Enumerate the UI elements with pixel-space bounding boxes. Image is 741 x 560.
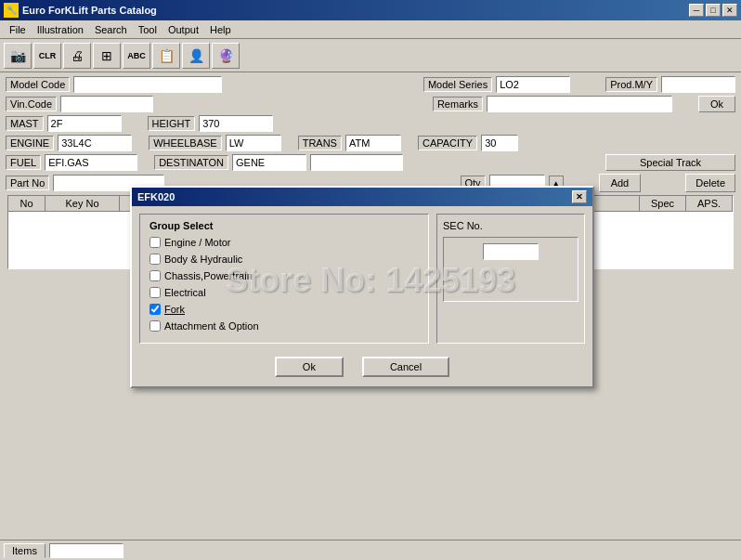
checkbox-body: Body & Hydraulic xyxy=(150,254,419,265)
form-row-1: Model Code Model Series Prod.M/Y xyxy=(6,76,735,93)
toolbar-btn-print[interactable]: 🖨 xyxy=(63,43,91,69)
app-icon: 🔧 xyxy=(4,3,19,18)
tab-search-input[interactable] xyxy=(49,543,124,558)
wheelbase-input[interactable] xyxy=(226,135,281,151)
checkbox-electrical-input[interactable] xyxy=(150,287,161,298)
toolbar-btn-user[interactable]: 👤 xyxy=(182,43,210,69)
bottom-bar: Items xyxy=(0,540,741,560)
dialog: EFK020 ✕ Group Select Engine / Motor Bod… xyxy=(130,186,594,388)
model-series-label: Model Series xyxy=(423,77,492,92)
checkbox-chassis: Chassis,Powertrain xyxy=(150,270,419,281)
prod-my-input[interactable] xyxy=(661,76,735,93)
checkbox-engine: Engine / Motor xyxy=(150,237,419,248)
vin-code-label: Vin.Code xyxy=(6,97,57,111)
dialog-title-bar: EFK020 ✕ xyxy=(132,188,592,206)
checkbox-fork-label: Fork xyxy=(164,304,185,315)
trans-input[interactable] xyxy=(345,135,401,151)
model-code-label: Model Code xyxy=(6,77,70,92)
trans-label: TRANS xyxy=(298,136,342,150)
model-series-input[interactable] xyxy=(496,76,570,93)
group-select-title: Group Select xyxy=(150,220,419,231)
col-aps: APS. xyxy=(686,196,733,211)
fuel-input[interactable] xyxy=(45,154,137,171)
capacity-input[interactable] xyxy=(481,135,518,151)
add-button[interactable]: Add xyxy=(599,174,642,192)
sec-no-input[interactable] xyxy=(483,243,539,260)
group-select-box: Group Select Engine / Motor Body & Hydra… xyxy=(139,214,429,344)
sec-no-title: SEC No. xyxy=(443,220,578,231)
title-bar-left: 🔧 Euro ForKLift Parts Catalog xyxy=(4,3,157,18)
checkbox-attachment-input[interactable] xyxy=(150,320,161,332)
form-row-4: ENGINE WHEELBASE TRANS CAPACITY xyxy=(6,135,735,151)
checkbox-attachment: Attachment & Option xyxy=(150,320,419,332)
checkbox-body-label: Body & Hydraulic xyxy=(164,254,242,265)
maximize-button[interactable]: □ xyxy=(706,4,721,17)
menu-bar: File Illustration Search Tool Output Hel… xyxy=(0,20,741,39)
part-no-label: Part No xyxy=(6,176,49,190)
menu-illustration[interactable]: Illustration xyxy=(32,23,89,36)
dialog-close-button[interactable]: ✕ xyxy=(572,190,587,203)
vin-code-input[interactable] xyxy=(60,96,153,112)
dialog-cancel-button[interactable]: Cancel xyxy=(362,357,449,377)
col-no: No xyxy=(8,196,46,211)
checkbox-electrical-label: Electrical xyxy=(164,287,206,298)
items-tab[interactable]: Items xyxy=(4,543,46,558)
app-title: Euro ForKLift Parts Catalog xyxy=(22,5,157,16)
destination-label: DESTINATON xyxy=(154,155,228,170)
checkbox-attachment-label: Attachment & Option xyxy=(164,320,259,332)
minimize-button[interactable]: ─ xyxy=(689,4,704,17)
wheelbase-label: WHEELBASE xyxy=(149,136,221,150)
sec-no-box: SEC No. xyxy=(436,214,585,344)
checkbox-engine-label: Engine / Motor xyxy=(164,237,231,248)
dialog-body: Group Select Engine / Motor Body & Hydra… xyxy=(132,206,592,351)
title-bar-buttons: ─ □ ✕ xyxy=(689,4,737,17)
close-button[interactable]: ✕ xyxy=(722,4,737,17)
remarks-label: Remarks xyxy=(433,97,483,111)
menu-output[interactable]: Output xyxy=(162,23,204,36)
destination-extra-input[interactable] xyxy=(310,154,403,171)
menu-search[interactable]: Search xyxy=(89,23,133,36)
height-input[interactable] xyxy=(199,115,273,132)
remarks-input[interactable] xyxy=(487,96,672,112)
capacity-label: CAPACITY xyxy=(418,136,477,150)
sec-no-inner xyxy=(443,237,578,302)
special-track-button[interactable]: Special Track xyxy=(605,154,735,171)
col-spec: Spec xyxy=(640,196,686,211)
height-label: HEIGHT xyxy=(148,116,196,131)
dialog-title-text: EFK020 xyxy=(137,191,175,202)
toolbar: 📷 CLR 🖨 ⊞ ABC 📋 👤 🔮 xyxy=(0,39,741,72)
checkbox-body-input[interactable] xyxy=(150,254,161,265)
delete-button[interactable]: Delete xyxy=(685,174,735,192)
toolbar-btn-abc[interactable]: ABC xyxy=(123,43,150,69)
fuel-label: FUEL xyxy=(6,155,41,170)
col-key-no: Key No xyxy=(46,196,120,211)
mast-label: MAST xyxy=(6,116,44,131)
model-code-input[interactable] xyxy=(73,76,222,93)
toolbar-btn-special[interactable]: 🔮 xyxy=(212,43,240,69)
toolbar-btn-clr[interactable]: CLR xyxy=(33,43,61,69)
toolbar-btn-clipboard[interactable]: 📋 xyxy=(152,43,180,69)
menu-help[interactable]: Help xyxy=(204,23,237,36)
dialog-footer: Ok Cancel xyxy=(132,351,592,386)
mast-input[interactable] xyxy=(47,115,122,132)
toolbar-btn-photo[interactable]: 📷 xyxy=(4,43,32,69)
checkbox-chassis-input[interactable] xyxy=(150,270,161,281)
form-row-3: MAST HEIGHT xyxy=(6,115,735,132)
engine-input[interactable] xyxy=(58,135,132,151)
ok-button[interactable]: Ok xyxy=(698,96,735,112)
menu-tool[interactable]: Tool xyxy=(133,23,162,36)
checkbox-engine-input[interactable] xyxy=(150,237,161,248)
destination-input[interactable] xyxy=(232,154,306,171)
toolbar-btn-grid[interactable]: ⊞ xyxy=(93,43,121,69)
menu-file[interactable]: File xyxy=(4,23,32,36)
engine-label: ENGINE xyxy=(6,136,54,150)
prod-my-label: Prod.M/Y xyxy=(605,77,657,92)
title-bar: 🔧 Euro ForKLift Parts Catalog ─ □ ✕ xyxy=(0,0,741,20)
checkbox-fork-input[interactable] xyxy=(150,304,161,315)
form-row-5: FUEL DESTINATON Special Track xyxy=(6,154,735,171)
dialog-ok-button[interactable]: Ok xyxy=(275,357,344,377)
form-row-2: Vin.Code Remarks Ok xyxy=(6,96,735,112)
checkbox-chassis-label: Chassis,Powertrain xyxy=(164,270,253,281)
checkbox-electrical: Electrical xyxy=(150,287,419,298)
checkbox-fork: Fork xyxy=(150,304,419,315)
